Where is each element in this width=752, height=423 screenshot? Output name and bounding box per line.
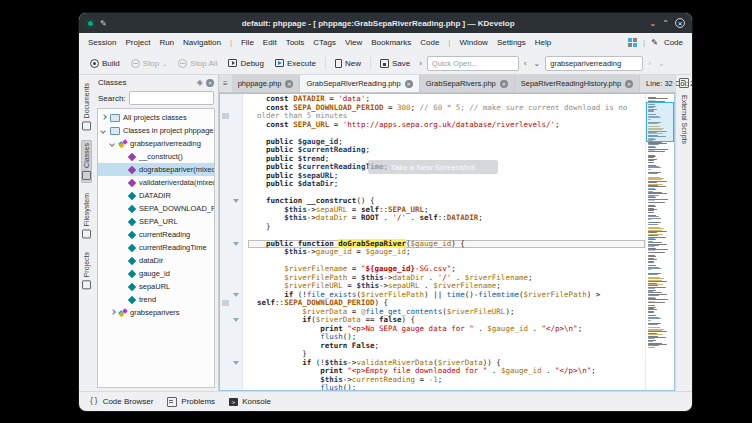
toolbar-separator	[370, 57, 371, 69]
menu-settings[interactable]: Settings	[497, 38, 526, 47]
new-button[interactable]: New	[331, 57, 365, 70]
external-scripts-icon[interactable]	[679, 78, 689, 88]
debug-button[interactable]: Debug	[224, 57, 268, 70]
menu-code[interactable]: Code	[420, 38, 439, 47]
stop-all-button: Stop All	[174, 57, 221, 70]
projects-icon	[82, 280, 91, 289]
tree-indent	[119, 154, 125, 160]
menu-file[interactable]: File	[241, 38, 254, 47]
tree-item[interactable]: sepaURL	[98, 280, 214, 293]
nav-forward-down-icon[interactable]: ⌄	[656, 59, 667, 68]
chevron-down-icon[interactable]	[110, 141, 116, 147]
close-tab-icon[interactable]: ✕	[405, 80, 413, 88]
menu-project[interactable]: Project	[125, 38, 150, 47]
nav-forward-icon[interactable]: ›	[646, 59, 653, 68]
save-button[interactable]: Save	[376, 57, 414, 70]
editor-tab[interactable]: SepaRiverReadingHistory.php✕	[515, 75, 640, 92]
tree-item[interactable]: Classes in project phppage	[98, 124, 214, 137]
minimap-viewport[interactable]	[646, 102, 674, 142]
chevron-right-icon[interactable]	[101, 115, 107, 121]
tree-item[interactable]: validateriverdata(mixed)	[98, 176, 214, 189]
tree-item[interactable]: currentReading	[98, 228, 214, 241]
tree-indent	[119, 206, 125, 212]
bottom-dock-tabbar: {}Code BrowserProblems>Konsole	[79, 391, 692, 411]
minimap-scrollbar[interactable]	[645, 94, 674, 390]
build-button[interactable]: Build	[86, 57, 124, 70]
dock-tab-projects[interactable]: Projects	[81, 249, 92, 292]
symbol-search-input[interactable]	[545, 56, 643, 71]
dock-tab-external-scripts[interactable]: External Scripts	[680, 93, 689, 146]
exec-icon	[275, 59, 284, 67]
dock-tab-documents[interactable]: Documents	[81, 80, 92, 133]
tree-item[interactable]: dataDir	[98, 254, 214, 267]
dock-tab-konsole[interactable]: >Konsole	[229, 397, 271, 406]
panel-options-icon[interactable]: ◈	[197, 78, 203, 87]
execute-button[interactable]: Execute	[271, 57, 320, 70]
menu-bookmarks[interactable]: Bookmarks	[371, 38, 411, 47]
fold-arrow-icon[interactable]	[233, 318, 239, 322]
minimap-line	[648, 271, 672, 272]
dock-tab-classes[interactable]: Classes	[81, 140, 92, 183]
close-tab-icon[interactable]: ✕	[285, 80, 293, 88]
quick-open-input[interactable]	[427, 56, 519, 71]
fold-arrow-icon[interactable]	[233, 242, 239, 246]
gutter-row	[220, 104, 242, 113]
menu-run[interactable]: Run	[159, 38, 174, 47]
dock-tab-problems[interactable]: Problems	[167, 397, 215, 407]
tree-item[interactable]: dograbsepariver(mixed)	[98, 163, 214, 176]
editor-gutter[interactable]	[220, 94, 243, 390]
menu-edit[interactable]: Edit	[263, 38, 277, 47]
minimap-line	[648, 324, 658, 325]
minimap-line	[648, 189, 656, 190]
classes-search-input[interactable]	[129, 91, 214, 105]
gutter-row	[220, 257, 242, 266]
tree-item[interactable]: grabsepariverreading	[98, 137, 214, 150]
titlebar[interactable]: ✎ default: phppage - [ phppage:GrabSepaR…	[79, 13, 692, 33]
editor-tab[interactable]: phppage.php✕	[232, 75, 301, 92]
dock-tab-filesystem[interactable]: Filesystem	[81, 190, 92, 241]
tree-item[interactable]: DATADIR	[98, 189, 214, 202]
close-tab-icon[interactable]: ✕	[625, 80, 633, 88]
toolbar-overflow-chevron[interactable]: ›	[417, 59, 424, 68]
area-switcher-icon[interactable]	[628, 38, 637, 47]
chevron-right-icon[interactable]	[110, 310, 116, 316]
menu-navigation[interactable]: Navigation	[183, 38, 221, 47]
code-text-area[interactable]: const DATADIR = 'data'; const SEPA_DOWNL…	[243, 94, 645, 390]
editor-tab[interactable]: GrabSepaRiverReading.php✕	[300, 75, 419, 92]
menu-window[interactable]: Window	[459, 38, 487, 47]
editor-tab[interactable]: GrabSepaRivers.php✕	[420, 75, 515, 92]
document-list-icon[interactable]: ≡	[219, 75, 232, 92]
minimize-icon[interactable]: ⌄	[650, 19, 657, 28]
menu-session[interactable]: Session	[88, 38, 116, 47]
tree-item[interactable]: SEPA_URL	[98, 215, 214, 228]
tree-indent	[119, 245, 125, 251]
tree-item[interactable]: SEPA_DOWNLOAD_PERIOD	[98, 202, 214, 215]
chevron-down-icon[interactable]	[101, 128, 107, 134]
menu-ctags[interactable]: CTags	[313, 38, 336, 47]
nav-back-icon[interactable]: ‹	[522, 59, 529, 68]
right-dock-tabbar: External Scripts	[675, 75, 692, 391]
maximize-icon[interactable]: ⌃	[662, 19, 669, 28]
tree-item[interactable]: currentReadingTime	[98, 241, 214, 254]
nav-down-icon[interactable]: ⌄	[532, 59, 543, 68]
panel-close-icon[interactable]: ✕	[206, 79, 214, 87]
close-tab-icon[interactable]: ✕	[500, 80, 508, 88]
fold-arrow-icon[interactable]	[233, 361, 239, 365]
dock-tab-code-browser[interactable]: {}Code Browser	[89, 397, 153, 406]
tree-item[interactable]: All projects classes	[98, 111, 214, 124]
menu-tools[interactable]: Tools	[286, 38, 305, 47]
tree-item[interactable]: grabseparivers	[98, 306, 214, 319]
fold-arrow-icon[interactable]	[233, 293, 239, 297]
save-icon	[380, 59, 389, 68]
close-window-icon[interactable]: ✕	[675, 18, 685, 28]
tree-item[interactable]: __construct()	[98, 150, 214, 163]
menu-help[interactable]: Help	[535, 38, 551, 47]
menu-view[interactable]: View	[345, 38, 362, 47]
gutter-row	[220, 214, 242, 223]
fold-arrow-icon[interactable]	[233, 199, 239, 203]
gutter-row	[220, 231, 242, 240]
tree-item[interactable]: gauge_id	[98, 267, 214, 280]
tree-item[interactable]: trend	[98, 293, 214, 306]
code-area-button[interactable]: Code	[664, 38, 683, 47]
code-editor[interactable]: const DATADIR = 'data'; const SEPA_DOWNL…	[219, 93, 675, 391]
